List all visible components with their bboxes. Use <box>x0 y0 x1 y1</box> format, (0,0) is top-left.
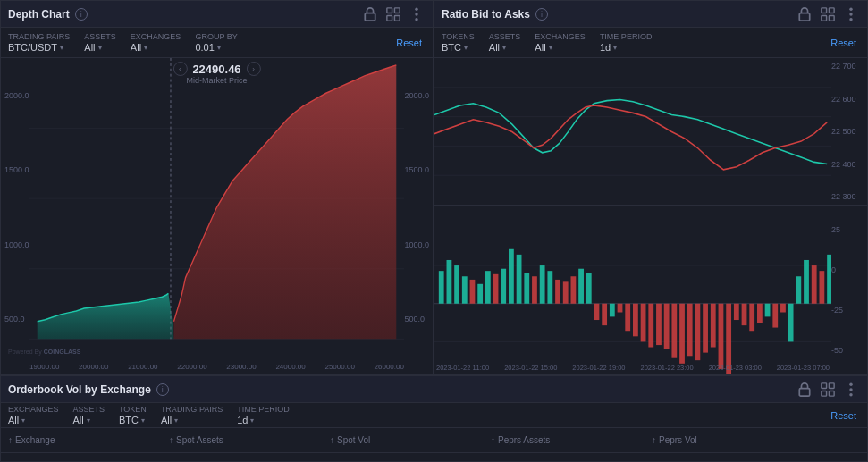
svg-rect-16 <box>822 15 827 21</box>
col-peprs-vol[interactable]: ↑ Peprs Vol <box>652 435 860 445</box>
svg-rect-70 <box>765 304 771 317</box>
col-exchange[interactable]: ↑ Exchange <box>8 435 169 445</box>
svg-rect-75 <box>804 260 809 304</box>
svg-rect-46 <box>578 269 584 304</box>
svg-rect-14 <box>822 7 827 13</box>
ob-exchanges-dropdown[interactable]: All ▾ <box>8 415 59 425</box>
depth-assets-control: Assets All ▾ <box>84 32 116 53</box>
orderbook-more-icon[interactable] <box>842 381 860 399</box>
svg-rect-32 <box>470 280 476 304</box>
svg-rect-17 <box>829 15 834 21</box>
svg-rect-66 <box>734 304 739 320</box>
ratio-exchanges-dropdown[interactable]: All ▾ <box>535 42 586 53</box>
depth-chart-panel: Depth Chart i <box>0 0 434 375</box>
depth-chart-info-icon[interactable]: i <box>75 8 88 21</box>
col-spot-vol[interactable]: ↑ Spot Vol <box>330 435 491 445</box>
ratio-bottom-y-axis: 25 0 -25 -50 <box>831 206 865 374</box>
group-by-dropdown[interactable]: 0.01 ▾ <box>195 42 237 53</box>
svg-rect-62 <box>703 304 708 353</box>
ratio-time-label: Time Period <box>600 32 653 41</box>
svg-rect-53 <box>633 304 638 337</box>
trading-pairs-arrow: ▾ <box>60 44 63 52</box>
mid-price-value: 22490.46 <box>192 63 240 76</box>
svg-rect-55 <box>648 304 653 348</box>
ratio-time-control: Time Period 1d ▾ <box>600 32 653 53</box>
depth-chart-header: Depth Chart i <box>1 1 433 28</box>
depth-reset-button[interactable]: Reset <box>392 36 426 50</box>
ratio-bar-chart-svg <box>434 206 831 374</box>
mid-price-left-arrow[interactable]: ‹ <box>173 62 187 76</box>
ob-time-dropdown[interactable]: 1d ▾ <box>237 415 290 425</box>
ob-assets-control: Assets All ▾ <box>73 405 105 425</box>
ratio-panel-icons <box>796 5 860 23</box>
col-spot-assets[interactable]: ↑ Spot Assets <box>169 435 330 445</box>
svg-rect-64 <box>719 304 724 369</box>
ob-exchanges-label: Exchanges <box>8 405 59 414</box>
svg-rect-51 <box>618 304 623 313</box>
svg-rect-28 <box>439 271 444 304</box>
svg-rect-83 <box>829 391 834 396</box>
ratio-top-chart: 22 700 22 600 22 500 22 400 22 300 <box>434 58 867 206</box>
ratio-x-axis: 2023-01-22 11:00 2023-01-22 15:00 2023-0… <box>434 360 831 374</box>
svg-rect-81 <box>829 382 834 388</box>
orderbook-vol-panel: Orderbook Vol by Exchange i <box>0 375 868 462</box>
svg-rect-0 <box>365 13 375 21</box>
depth-exchanges-dropdown[interactable]: All ▾ <box>131 42 181 53</box>
ratio-tokens-control: Tokens BTC ▾ <box>442 32 475 53</box>
trading-pairs-dropdown[interactable]: BTC/USDT ▾ <box>8 42 70 53</box>
depth-chart-grid-icon[interactable] <box>384 5 402 23</box>
svg-rect-67 <box>742 304 747 325</box>
svg-point-5 <box>415 7 417 10</box>
svg-point-85 <box>849 388 852 391</box>
svg-rect-56 <box>656 304 662 345</box>
ob-reset-button[interactable]: Reset <box>827 408 860 423</box>
orderbook-info-icon[interactable]: i <box>156 383 169 396</box>
ratio-grid-icon[interactable] <box>819 5 837 23</box>
depth-assets-dropdown[interactable]: All ▾ <box>84 42 116 53</box>
svg-point-86 <box>849 393 852 396</box>
svg-rect-1 <box>387 7 392 13</box>
svg-rect-47 <box>586 273 592 304</box>
ratio-more-icon[interactable] <box>842 5 860 23</box>
ob-assets-dropdown[interactable]: All ▾ <box>73 415 105 425</box>
svg-rect-29 <box>447 260 452 304</box>
depth-chart-more-icon[interactable] <box>408 5 426 23</box>
orderbook-controls: Exchanges All ▾ Assets All ▾ Token BTC ▾ <box>1 403 867 428</box>
orderbook-grid-icon[interactable] <box>819 381 837 399</box>
svg-rect-60 <box>687 304 693 357</box>
ratio-assets-dropdown[interactable]: All ▾ <box>489 42 521 53</box>
svg-rect-48 <box>594 304 600 320</box>
svg-point-19 <box>849 13 852 15</box>
svg-rect-31 <box>462 276 468 303</box>
svg-rect-13 <box>799 13 809 21</box>
svg-rect-40 <box>532 276 537 303</box>
ob-token-dropdown[interactable]: BTC ▾ <box>119 415 147 425</box>
depth-exchanges-control: Exchanges All ▾ <box>131 32 181 53</box>
orderbook-lock-icon[interactable] <box>796 381 813 399</box>
svg-rect-4 <box>394 15 400 21</box>
depth-y-axis-right: 2000.0 1500.0 1000.0 500.0 <box>404 58 429 357</box>
ratio-reset-button[interactable]: Reset <box>827 36 860 50</box>
ratio-info-icon[interactable]: i <box>535 8 548 21</box>
depth-y-axis: 2000.0 1500.0 1000.0 500.0 <box>4 58 29 357</box>
svg-rect-41 <box>540 265 545 304</box>
ratio-tokens-dropdown[interactable]: BTC ▾ <box>442 42 475 53</box>
svg-rect-37 <box>509 249 514 304</box>
ratio-lock-icon[interactable] <box>796 5 813 23</box>
mid-market-label-container: ‹ 22490.46 › Mid-Market Price <box>173 62 260 85</box>
svg-rect-30 <box>454 265 459 304</box>
orderbook-title: Orderbook Vol by Exchange <box>8 383 151 396</box>
ratio-exchanges-label: Exchanges <box>535 32 586 41</box>
depth-chart-lock-icon[interactable] <box>361 5 379 23</box>
svg-rect-49 <box>602 304 607 325</box>
depth-chart-svg <box>29 58 404 357</box>
svg-rect-39 <box>524 273 529 304</box>
ob-trading-pairs-dropdown[interactable]: All ▾ <box>161 415 223 425</box>
coinglass-watermark: Powered By COINGLASS <box>8 349 80 355</box>
depth-chart-area: ‹ 22490.46 › Mid-Market Price 2000.0 150… <box>1 58 433 374</box>
col-peprs-assets[interactable]: ↑ Peprs Assets <box>491 435 652 445</box>
svg-rect-54 <box>641 304 646 342</box>
ratio-time-dropdown[interactable]: 1d ▾ <box>600 42 653 53</box>
mid-price-right-arrow[interactable]: › <box>247 62 261 76</box>
svg-point-6 <box>415 13 417 15</box>
